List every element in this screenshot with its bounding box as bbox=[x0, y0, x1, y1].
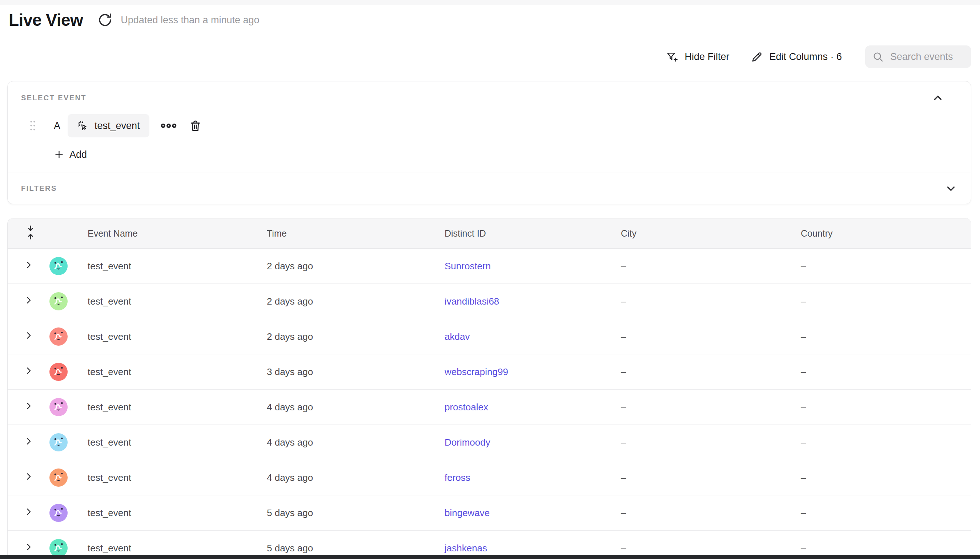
expand-row-button[interactable] bbox=[24, 401, 34, 411]
expand-filters-button[interactable] bbox=[945, 182, 957, 195]
country-cell: – bbox=[797, 296, 971, 307]
column-header-country: Country bbox=[797, 228, 971, 239]
distinct-id-link[interactable]: ivandiblasi68 bbox=[445, 296, 499, 307]
hide-filter-label: Hide Filter bbox=[684, 51, 729, 63]
filters-label: FILTERS bbox=[21, 184, 57, 193]
chevron-right-icon bbox=[24, 401, 34, 411]
expand-row-button[interactable] bbox=[24, 295, 34, 305]
distinct-id-link[interactable]: webscraping99 bbox=[445, 366, 508, 377]
expand-row-button[interactable] bbox=[24, 471, 34, 481]
search-icon bbox=[873, 51, 884, 63]
country-cell: – bbox=[797, 366, 971, 378]
column-header-time: Time bbox=[263, 228, 441, 239]
time-cell: 3 days ago bbox=[263, 366, 441, 378]
distinct-id-link[interactable]: bingewave bbox=[445, 508, 490, 518]
filter-plus-icon bbox=[666, 51, 678, 63]
column-header-city: City bbox=[617, 228, 797, 239]
query-builder-card: SELECT EVENT A bbox=[7, 81, 971, 204]
country-cell: – bbox=[797, 542, 971, 554]
event-name-cell: test_event bbox=[84, 542, 263, 554]
table-row: test_event 2 days ago ivandiblasi68 – – bbox=[8, 284, 971, 319]
edit-columns-button[interactable]: Edit Columns · 6 bbox=[751, 51, 842, 63]
table-row: test_event 4 days ago feross – – bbox=[8, 460, 971, 495]
event-select-chip[interactable]: test_event bbox=[68, 114, 149, 137]
bottom-edge-bar bbox=[0, 555, 980, 559]
table-header: Event Name Time Distinct ID City Country bbox=[8, 218, 971, 249]
user-avatar[interactable] bbox=[50, 363, 68, 381]
table-body: test_event 2 days ago Sunrostern – – tes… bbox=[8, 249, 971, 559]
plus-icon bbox=[54, 150, 64, 160]
collapse-all-rows-button[interactable] bbox=[25, 224, 36, 240]
event-name-cell: test_event bbox=[84, 296, 263, 307]
chevron-right-icon bbox=[24, 471, 34, 481]
distinct-id-link[interactable]: jashkenas bbox=[445, 542, 487, 554]
user-avatar[interactable] bbox=[50, 257, 68, 275]
time-cell: 5 days ago bbox=[263, 542, 441, 554]
select-event-label: SELECT EVENT bbox=[21, 94, 86, 102]
distinct-id-link[interactable]: Sunrostern bbox=[445, 261, 491, 271]
country-cell: – bbox=[797, 261, 971, 272]
user-avatar[interactable] bbox=[50, 433, 68, 452]
search-input[interactable] bbox=[890, 51, 964, 63]
chevron-right-icon bbox=[24, 260, 34, 270]
event-name-cell: test_event bbox=[84, 331, 263, 342]
user-avatar[interactable] bbox=[50, 327, 68, 346]
chevron-right-icon bbox=[24, 436, 34, 447]
filters-section-header[interactable]: FILTERS bbox=[8, 173, 971, 204]
expand-row-button[interactable] bbox=[24, 331, 34, 341]
event-name-cell: test_event bbox=[84, 261, 263, 272]
column-header-event-name: Event Name bbox=[84, 228, 263, 239]
city-cell: – bbox=[617, 296, 797, 307]
cursor-click-icon bbox=[77, 120, 88, 132]
event-name-cell: test_event bbox=[84, 472, 263, 483]
refresh-icon bbox=[98, 12, 113, 28]
user-avatar[interactable] bbox=[50, 398, 68, 416]
delete-event-button[interactable] bbox=[189, 119, 202, 132]
collapse-section-button[interactable] bbox=[932, 92, 944, 104]
city-cell: – bbox=[617, 261, 797, 272]
chevron-right-icon bbox=[24, 366, 34, 376]
event-options-button[interactable] bbox=[160, 122, 177, 129]
page-title: Live View bbox=[9, 10, 83, 30]
updated-status: Updated less than a minute ago bbox=[121, 15, 259, 26]
collapse-vertical-icon bbox=[25, 224, 36, 241]
country-cell: – bbox=[797, 437, 971, 448]
drag-handle-icon[interactable] bbox=[28, 119, 38, 133]
distinct-id-link[interactable]: Dorimoody bbox=[445, 437, 490, 448]
distinct-id-link[interactable]: akdav bbox=[445, 331, 469, 342]
user-avatar[interactable] bbox=[50, 292, 68, 310]
expand-row-button[interactable] bbox=[24, 366, 34, 376]
search-box[interactable] bbox=[865, 45, 971, 68]
distinct-id-link[interactable]: feross bbox=[445, 472, 470, 483]
table-row: test_event 4 days ago Dorimoody – – bbox=[8, 425, 971, 460]
event-chip-label: test_event bbox=[94, 120, 140, 132]
refresh-button[interactable] bbox=[98, 12, 113, 28]
table-row: test_event 2 days ago akdav – – bbox=[8, 319, 971, 354]
expand-row-button[interactable] bbox=[24, 542, 34, 552]
event-row: A test_event bbox=[8, 114, 958, 137]
add-event-button[interactable]: Add bbox=[54, 149, 87, 160]
time-cell: 2 days ago bbox=[263, 331, 441, 342]
user-avatar[interactable] bbox=[50, 468, 68, 487]
event-name-cell: test_event bbox=[84, 366, 263, 378]
city-cell: – bbox=[617, 542, 797, 554]
event-name-cell: test_event bbox=[84, 402, 263, 413]
time-cell: 4 days ago bbox=[263, 472, 441, 483]
chevron-right-icon bbox=[24, 331, 34, 341]
hide-filter-button[interactable]: Hide Filter bbox=[666, 51, 729, 63]
chevron-right-icon bbox=[24, 542, 34, 552]
expand-row-button[interactable] bbox=[24, 260, 34, 270]
top-strip bbox=[0, 0, 980, 5]
chevron-down-icon bbox=[945, 182, 957, 195]
expand-row-button[interactable] bbox=[24, 507, 34, 517]
time-cell: 4 days ago bbox=[263, 402, 441, 413]
city-cell: – bbox=[617, 508, 797, 519]
user-avatar[interactable] bbox=[50, 504, 68, 522]
chevron-right-icon bbox=[24, 295, 34, 305]
city-cell: – bbox=[617, 437, 797, 448]
table-row: test_event 5 days ago bingewave – – bbox=[8, 495, 971, 531]
expand-row-button[interactable] bbox=[24, 436, 34, 447]
user-avatar[interactable] bbox=[50, 539, 68, 557]
city-cell: – bbox=[617, 331, 797, 342]
distinct-id-link[interactable]: prostoalex bbox=[445, 402, 488, 412]
